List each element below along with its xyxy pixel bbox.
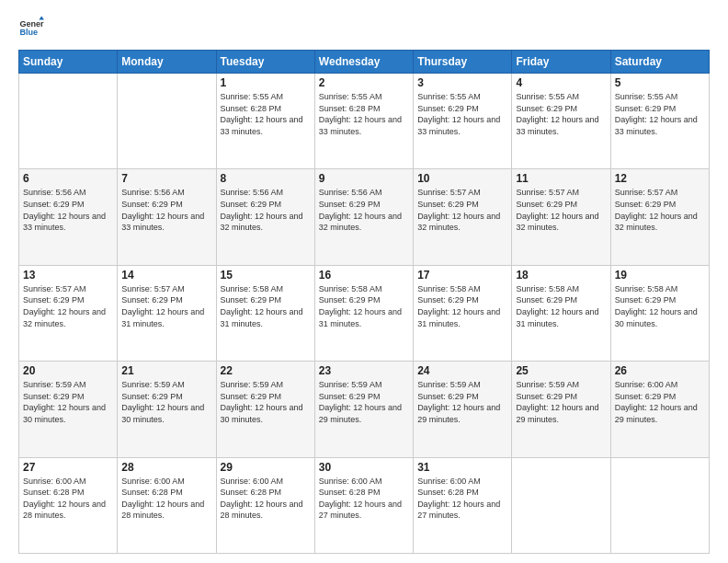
calendar-cell: 28Sunrise: 6:00 AMSunset: 6:28 PMDayligh… bbox=[118, 457, 216, 553]
calendar-week-3: 13Sunrise: 5:57 AMSunset: 6:29 PMDayligh… bbox=[19, 265, 710, 361]
day-info: Sunrise: 5:55 AMSunset: 6:29 PMDaylight:… bbox=[417, 91, 507, 137]
calendar-cell: 22Sunrise: 5:59 AMSunset: 6:29 PMDayligh… bbox=[216, 362, 314, 457]
calendar-week-1: 1Sunrise: 5:55 AMSunset: 6:28 PMDaylight… bbox=[19, 74, 710, 169]
day-info: Sunrise: 5:59 AMSunset: 6:29 PMDaylight:… bbox=[319, 379, 409, 425]
day-number: 23 bbox=[319, 364, 409, 377]
day-info: Sunrise: 6:00 AMSunset: 6:29 PMDaylight:… bbox=[615, 379, 705, 425]
svg-text:General: General bbox=[19, 19, 44, 29]
day-number: 6 bbox=[23, 172, 113, 185]
day-number: 7 bbox=[121, 172, 211, 185]
day-info: Sunrise: 5:59 AMSunset: 6:29 PMDaylight:… bbox=[417, 379, 507, 425]
day-info: Sunrise: 5:58 AMSunset: 6:29 PMDaylight:… bbox=[615, 283, 705, 329]
calendar-week-2: 6Sunrise: 5:56 AMSunset: 6:29 PMDaylight… bbox=[19, 169, 710, 265]
day-info: Sunrise: 5:58 AMSunset: 6:29 PMDaylight:… bbox=[516, 283, 606, 329]
day-info: Sunrise: 6:00 AMSunset: 6:28 PMDaylight:… bbox=[23, 476, 113, 522]
calendar-cell: 24Sunrise: 5:59 AMSunset: 6:29 PMDayligh… bbox=[414, 362, 512, 457]
day-number: 13 bbox=[23, 269, 113, 282]
header: General Blue bbox=[18, 15, 710, 40]
calendar-cell: 23Sunrise: 5:59 AMSunset: 6:29 PMDayligh… bbox=[314, 362, 413, 457]
day-number: 22 bbox=[221, 364, 311, 377]
calendar: SundayMondayTuesdayWednesdayThursdayFrid… bbox=[18, 50, 710, 554]
calendar-cell: 27Sunrise: 6:00 AMSunset: 6:28 PMDayligh… bbox=[19, 457, 118, 553]
day-number: 1 bbox=[221, 76, 311, 89]
day-number: 15 bbox=[221, 269, 311, 282]
day-number: 10 bbox=[417, 172, 507, 185]
page: General Blue SundayMondayTuesdayWednesda… bbox=[0, 0, 728, 563]
day-info: Sunrise: 5:59 AMSunset: 6:29 PMDaylight:… bbox=[121, 379, 211, 425]
day-header-wednesday: Wednesday bbox=[314, 51, 413, 74]
day-info: Sunrise: 5:57 AMSunset: 6:29 PMDaylight:… bbox=[121, 283, 211, 329]
day-info: Sunrise: 5:55 AMSunset: 6:28 PMDaylight:… bbox=[221, 91, 311, 137]
logo: General Blue bbox=[18, 15, 48, 40]
calendar-week-5: 27Sunrise: 6:00 AMSunset: 6:28 PMDayligh… bbox=[19, 457, 710, 553]
calendar-cell: 12Sunrise: 5:57 AMSunset: 6:29 PMDayligh… bbox=[610, 169, 709, 265]
calendar-cell: 6Sunrise: 5:56 AMSunset: 6:29 PMDaylight… bbox=[19, 169, 118, 265]
day-number: 28 bbox=[121, 461, 211, 474]
calendar-cell: 10Sunrise: 5:57 AMSunset: 6:29 PMDayligh… bbox=[414, 169, 512, 265]
day-number: 19 bbox=[615, 269, 705, 282]
day-header-monday: Monday bbox=[118, 51, 216, 74]
day-info: Sunrise: 5:57 AMSunset: 6:29 PMDaylight:… bbox=[23, 283, 113, 329]
day-info: Sunrise: 5:56 AMSunset: 6:29 PMDaylight:… bbox=[121, 187, 211, 233]
calendar-cell bbox=[512, 457, 610, 553]
day-number: 18 bbox=[516, 269, 606, 282]
day-info: Sunrise: 5:56 AMSunset: 6:29 PMDaylight:… bbox=[221, 187, 311, 233]
day-header-thursday: Thursday bbox=[414, 51, 512, 74]
day-number: 31 bbox=[417, 461, 507, 474]
day-number: 24 bbox=[417, 364, 507, 377]
day-info: Sunrise: 5:57 AMSunset: 6:29 PMDaylight:… bbox=[516, 187, 606, 233]
calendar-cell: 30Sunrise: 6:00 AMSunset: 6:28 PMDayligh… bbox=[314, 457, 413, 553]
day-info: Sunrise: 5:55 AMSunset: 6:29 PMDaylight:… bbox=[615, 91, 705, 137]
day-number: 29 bbox=[221, 461, 311, 474]
calendar-cell: 9Sunrise: 5:56 AMSunset: 6:29 PMDaylight… bbox=[314, 169, 413, 265]
day-number: 12 bbox=[615, 172, 705, 185]
day-header-saturday: Saturday bbox=[610, 51, 709, 74]
calendar-cell: 8Sunrise: 5:56 AMSunset: 6:29 PMDaylight… bbox=[216, 169, 314, 265]
day-number: 5 bbox=[615, 76, 705, 89]
day-info: Sunrise: 5:57 AMSunset: 6:29 PMDaylight:… bbox=[615, 187, 705, 233]
calendar-cell: 1Sunrise: 5:55 AMSunset: 6:28 PMDaylight… bbox=[216, 74, 314, 169]
calendar-cell bbox=[610, 457, 709, 553]
day-number: 2 bbox=[319, 76, 409, 89]
calendar-week-4: 20Sunrise: 5:59 AMSunset: 6:29 PMDayligh… bbox=[19, 362, 710, 457]
day-number: 14 bbox=[121, 269, 211, 282]
calendar-cell: 20Sunrise: 5:59 AMSunset: 6:29 PMDayligh… bbox=[19, 362, 118, 457]
day-header-friday: Friday bbox=[512, 51, 610, 74]
svg-text:Blue: Blue bbox=[19, 28, 38, 37]
calendar-cell: 16Sunrise: 5:58 AMSunset: 6:29 PMDayligh… bbox=[314, 265, 413, 361]
calendar-cell: 29Sunrise: 6:00 AMSunset: 6:28 PMDayligh… bbox=[216, 457, 314, 553]
day-header-sunday: Sunday bbox=[19, 51, 118, 74]
day-info: Sunrise: 5:55 AMSunset: 6:28 PMDaylight:… bbox=[319, 91, 409, 137]
calendar-cell: 31Sunrise: 6:00 AMSunset: 6:28 PMDayligh… bbox=[414, 457, 512, 553]
calendar-cell: 3Sunrise: 5:55 AMSunset: 6:29 PMDaylight… bbox=[414, 74, 512, 169]
calendar-cell: 4Sunrise: 5:55 AMSunset: 6:29 PMDaylight… bbox=[512, 74, 610, 169]
svg-marker-2 bbox=[39, 16, 44, 19]
calendar-cell: 15Sunrise: 5:58 AMSunset: 6:29 PMDayligh… bbox=[216, 265, 314, 361]
calendar-cell: 25Sunrise: 5:59 AMSunset: 6:29 PMDayligh… bbox=[512, 362, 610, 457]
day-number: 16 bbox=[319, 269, 409, 282]
day-info: Sunrise: 5:59 AMSunset: 6:29 PMDaylight:… bbox=[23, 379, 113, 425]
day-info: Sunrise: 5:59 AMSunset: 6:29 PMDaylight:… bbox=[516, 379, 606, 425]
day-number: 21 bbox=[121, 364, 211, 377]
calendar-cell: 5Sunrise: 5:55 AMSunset: 6:29 PMDaylight… bbox=[610, 74, 709, 169]
day-number: 3 bbox=[417, 76, 507, 89]
calendar-cell: 11Sunrise: 5:57 AMSunset: 6:29 PMDayligh… bbox=[512, 169, 610, 265]
calendar-cell: 14Sunrise: 5:57 AMSunset: 6:29 PMDayligh… bbox=[118, 265, 216, 361]
day-info: Sunrise: 6:00 AMSunset: 6:28 PMDaylight:… bbox=[319, 476, 409, 522]
day-number: 11 bbox=[516, 172, 606, 185]
day-info: Sunrise: 5:55 AMSunset: 6:29 PMDaylight:… bbox=[516, 91, 606, 137]
day-number: 4 bbox=[516, 76, 606, 89]
day-info: Sunrise: 5:58 AMSunset: 6:29 PMDaylight:… bbox=[319, 283, 409, 329]
calendar-cell: 17Sunrise: 5:58 AMSunset: 6:29 PMDayligh… bbox=[414, 265, 512, 361]
day-info: Sunrise: 6:00 AMSunset: 6:28 PMDaylight:… bbox=[121, 476, 211, 522]
calendar-cell: 7Sunrise: 5:56 AMSunset: 6:29 PMDaylight… bbox=[118, 169, 216, 265]
day-number: 8 bbox=[221, 172, 311, 185]
logo-icon: General Blue bbox=[18, 15, 44, 40]
day-number: 25 bbox=[516, 364, 606, 377]
calendar-cell: 18Sunrise: 5:58 AMSunset: 6:29 PMDayligh… bbox=[512, 265, 610, 361]
calendar-cell: 13Sunrise: 5:57 AMSunset: 6:29 PMDayligh… bbox=[19, 265, 118, 361]
day-info: Sunrise: 6:00 AMSunset: 6:28 PMDaylight:… bbox=[417, 476, 507, 522]
day-header-tuesday: Tuesday bbox=[216, 51, 314, 74]
calendar-cell: 2Sunrise: 5:55 AMSunset: 6:28 PMDaylight… bbox=[314, 74, 413, 169]
calendar-cell bbox=[19, 74, 118, 169]
